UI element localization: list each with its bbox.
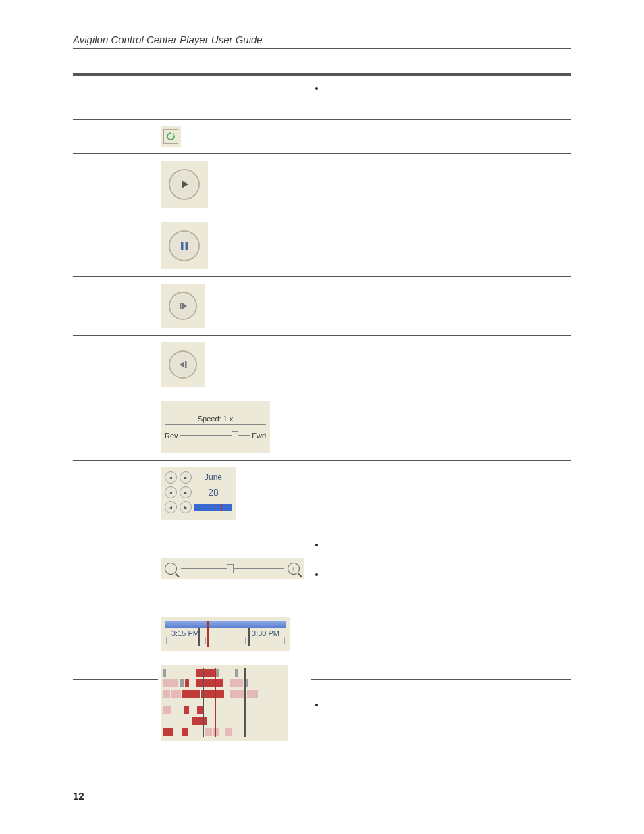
svg-rect-3 [185, 361, 187, 368]
prev-mark-icon[interactable]: ◂ [165, 501, 177, 513]
timeline-cursor[interactable] [207, 621, 209, 647]
bullet-item [325, 569, 566, 579]
next-mark-icon[interactable]: ▸ [180, 501, 192, 513]
play-icon[interactable] [169, 169, 200, 200]
motion-range-bracket[interactable] [203, 668, 246, 737]
table-row [73, 336, 571, 394]
timeline-ruler[interactable]: 3:15 PM 3:30 PM [165, 621, 286, 647]
running-head: Avigilon Control Center Player User Guid… [73, 34, 571, 49]
timeline-time-1: 3:15 PM [171, 629, 199, 637]
next-day-icon[interactable]: ▸ [180, 486, 192, 498]
svg-rect-0 [181, 242, 184, 250]
loop-icon[interactable] [163, 129, 178, 144]
table-row [73, 277, 571, 336]
bullet-item [325, 539, 566, 550]
day-bar [194, 504, 232, 511]
table-row [73, 215, 571, 277]
zoom-in-icon[interactable]: + [288, 563, 300, 575]
zoom-slider[interactable]: − + [165, 563, 300, 575]
step-forward-icon[interactable] [169, 292, 197, 320]
table-row [73, 658, 571, 680]
table-row [73, 76, 571, 120]
motion-cursor[interactable] [215, 668, 216, 737]
speed-rev-label: Rev [165, 432, 178, 440]
zoom-out-icon[interactable]: − [165, 563, 177, 575]
page-number: 12 [73, 790, 84, 802]
table-row [73, 680, 571, 748]
speed-slider[interactable]: Speed: 1 x Rev Fwd [165, 415, 266, 440]
day-label: 28 [194, 487, 232, 498]
pause-icon[interactable] [169, 230, 200, 261]
table-row [73, 154, 571, 215]
speed-thumb[interactable] [232, 431, 238, 440]
date-navigator[interactable]: ◂ ▸ June ◂ ▸ 28 ◂ ▸ [165, 471, 232, 513]
prev-month-icon[interactable]: ◂ [165, 471, 177, 484]
next-month-icon[interactable]: ▸ [180, 471, 192, 484]
motion-bars [163, 668, 285, 737]
prev-day-icon[interactable]: ◂ [165, 486, 177, 498]
step-back-icon[interactable] [169, 350, 197, 379]
svg-rect-1 [186, 242, 188, 250]
table-row: ◂ ▸ June ◂ ▸ 28 ◂ ▸ [73, 461, 571, 527]
bullet-item [325, 699, 566, 710]
table-row: 3:15 PM 3:30 PM [73, 610, 571, 658]
timeline-time-2: 3:30 PM [252, 629, 279, 637]
bullet-item [325, 82, 566, 93]
table-row: − + [73, 527, 571, 610]
controls-table: Speed: 1 x Rev Fwd [73, 73, 571, 748]
speed-label: Speed: 1 x [165, 415, 266, 425]
month-label: June [194, 473, 232, 482]
table-row [73, 120, 571, 154]
timeline-range-bracket[interactable] [198, 628, 250, 646]
zoom-thumb[interactable] [227, 564, 234, 573]
speed-fwd-label: Fwd [252, 432, 266, 440]
svg-rect-2 [180, 303, 182, 309]
table-row: Speed: 1 x Rev Fwd [73, 394, 571, 461]
